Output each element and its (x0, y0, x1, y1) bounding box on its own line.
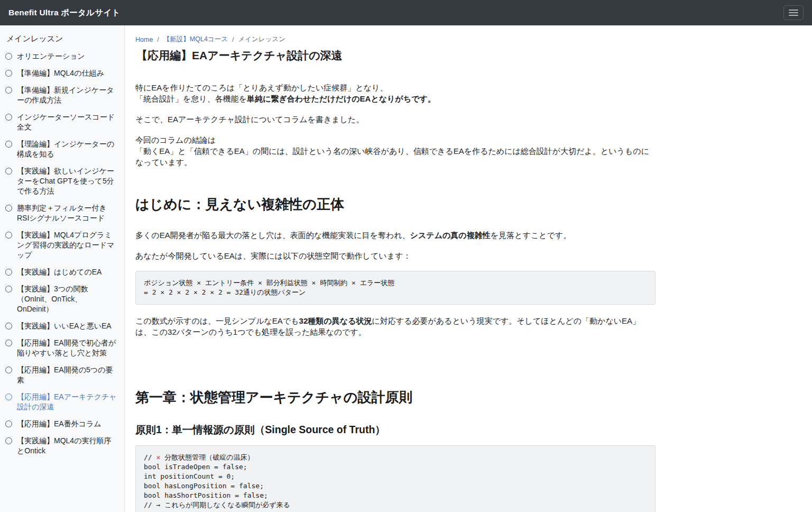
lesson-status-circle-icon (5, 205, 12, 212)
breadcrumb-link[interactable]: 【新設】MQL4コース (163, 35, 228, 44)
lesson-status-circle-icon (5, 70, 12, 77)
paragraph: 今回のコラムの結論は「動くEA」と「信頼できるEA」の間には、設計という名の深い… (135, 134, 656, 168)
lesson-status-circle-icon (5, 367, 12, 373)
lesson-status-circle-icon (5, 394, 12, 400)
top-navbar: Benefit Ultra ポータルサイト (0, 0, 812, 25)
breadcrumb-separator: / (157, 36, 159, 43)
paragraph: あなたが今開発しているEAは、実際には以下の状態空間で動作しています： (135, 250, 656, 261)
hamburger-icon (789, 12, 798, 13)
sidebar-item[interactable]: 【実践編】MQL4の実行順序とOntick (5, 436, 118, 456)
sidebar-item[interactable]: 【実践編】欲しいインジケーターをChat GPTを使って5分で作る方法 (5, 166, 118, 196)
paragraph: そこで、EAアーキテクチャ設計についてコラムを書きました。 (135, 114, 656, 125)
lesson-status-circle-icon (5, 232, 12, 239)
lesson-status-circle-icon (5, 323, 12, 330)
sidebar-item-label: 【応用編】EA開発の5つの要素 (17, 365, 118, 385)
page-title: 【応用編】EAアーキテクチャ設計の深遠 (136, 48, 656, 63)
sidebar-item-label: インジケーターソースコード全文 (17, 112, 118, 132)
brand-link[interactable]: Benefit Ultra ポータルサイト (8, 7, 120, 19)
lesson-status-circle-icon (5, 53, 12, 60)
breadcrumb-current: メインレッスン (238, 35, 285, 44)
sidebar-item[interactable]: 【準備編】MQL4の仕組み (5, 68, 118, 78)
sidebar-item[interactable]: 【応用編】EA開発の5つの要素 (5, 365, 118, 385)
main-content: Home/【新設】MQL4コース/メインレッスン 【応用編】EAアーキテクチャ設… (125, 25, 812, 512)
lesson-status-circle-icon (5, 87, 12, 94)
code-block: ポジション状態 × エントリー条件 × 部分利益状態 × 時間制約 × エラー状… (135, 271, 656, 305)
lesson-status-circle-icon (5, 286, 12, 292)
lesson-status-circle-icon (5, 437, 12, 444)
lesson-status-circle-icon (5, 168, 12, 175)
sidebar-item[interactable]: 【理論編】インジケーターの構成を知る (5, 139, 118, 159)
sidebar-item-label: 【準備編】MQL4の仕組み (17, 68, 104, 78)
sidebar-item[interactable]: オリエンテーション (5, 51, 118, 61)
lesson-status-circle-icon (5, 141, 12, 148)
sidebar-item-label: 勝率判定＋フィルター付きRSIシグナルソースコード (17, 203, 118, 223)
hamburger-icon (789, 10, 798, 11)
sidebar-item[interactable]: 【実践編】3つの関数（OnInit、OnTick、OnDeinit） (5, 284, 118, 314)
section-heading: はじめに：見えない複雑性の正体 (135, 195, 656, 214)
sidebar-item[interactable]: 勝率判定＋フィルター付きRSIシグナルソースコード (5, 203, 118, 223)
hamburger-icon (789, 15, 798, 16)
sidebar-item-label: 【実践編】MQL4の実行順序とOntick (17, 436, 118, 456)
lesson-status-circle-icon (5, 340, 12, 346)
sidebar-item[interactable]: 【実践編】はじめてのEA (5, 267, 118, 277)
code-block: // ✕ 分散状態管理（破綻の温床） bool isTradeOpen = fa… (135, 445, 656, 512)
page: Benefit Ultra ポータルサイト メインレッスン オリエンテーション【… (0, 0, 812, 512)
subsection-heading: 原則1：単一情報源の原則（Single Source of Truth） (135, 423, 656, 437)
sidebar-item[interactable]: 【応用編】EA番外コラム (5, 419, 118, 429)
section-heading: 第一章：状態管理アーキテクチャの設計原則 (135, 388, 656, 407)
layout: メインレッスン オリエンテーション【準備編】MQL4の仕組み【準備編】新規インジ… (0, 25, 812, 512)
sidebar-item-label: 【応用編】EA開発で初心者が陥りやすい落とし穴と対策 (17, 338, 118, 358)
sidebar-item-label: 【実践編】3つの関数（OnInit、OnTick、OnDeinit） (17, 284, 118, 314)
lesson-status-circle-icon (5, 114, 12, 121)
sidebar-item-label: 【実践編】はじめてのEA (17, 267, 102, 277)
sidebar-item[interactable]: 【応用編】EA開発で初心者が陥りやすい落とし穴と対策 (5, 338, 118, 358)
lesson-status-circle-icon (5, 420, 12, 427)
breadcrumb-separator: / (232, 36, 234, 43)
sidebar-item-label: オリエンテーション (17, 51, 85, 61)
paragraph: 多くのEA開発者が陥る最大の落とし穴は、表面的な機能実装に目を奪われ、システムの… (135, 230, 656, 241)
article-body: 特にEAを作りたてのころは「とりあえず動かしたい症候群」となり、「統合設計」を怠… (135, 82, 656, 512)
sidebar-item[interactable]: インジケーターソースコード全文 (5, 112, 118, 132)
sidebar: メインレッスン オリエンテーション【準備編】MQL4の仕組み【準備編】新規インジ… (0, 25, 125, 512)
sidebar-item-active[interactable]: 【応用編】EAアーキテクチャ設計の深遠 (5, 392, 118, 412)
breadcrumb-link[interactable]: Home (135, 36, 153, 43)
sidebar-item[interactable]: 【準備編】新規インジケーターの作成方法 (5, 85, 118, 105)
sidebar-item-label: 【実践編】欲しいインジケーターをChat GPTを使って5分で作る方法 (17, 166, 118, 196)
paragraph: この数式が示すのは、一見シンプルなEAでも32種類の異なる状況に対応する必要があ… (135, 315, 656, 337)
sidebar-item[interactable]: 【実践編】MQL4プログラミング習得の実践的なロードマップ (5, 230, 118, 260)
paragraph: 特にEAを作りたてのころは「とりあえず動かしたい症候群」となり、「統合設計」を怠… (135, 82, 656, 104)
sidebar-item-label: 【理論編】インジケーターの構成を知る (17, 139, 118, 159)
sidebar-item-label: 【準備編】新規インジケーターの作成方法 (17, 85, 118, 105)
sidebar-item-label: 【実践編】いいEAと悪いEA (17, 321, 112, 331)
sidebar-heading: メインレッスン (6, 34, 118, 44)
breadcrumb: Home/【新設】MQL4コース/メインレッスン (135, 35, 656, 44)
lesson-status-circle-icon (5, 269, 12, 276)
sidebar-item-label: 【応用編】EAアーキテクチャ設計の深遠 (17, 392, 118, 412)
sidebar-item-label: 【実践編】MQL4プログラミング習得の実践的なロードマップ (17, 230, 118, 260)
hamburger-menu-button[interactable] (783, 5, 804, 20)
sidebar-item-label: 【応用編】EA番外コラム (17, 419, 102, 429)
sidebar-nav: オリエンテーション【準備編】MQL4の仕組み【準備編】新規インジケーターの作成方… (5, 51, 118, 456)
sidebar-item[interactable]: 【実践編】いいEAと悪いEA (5, 321, 118, 331)
